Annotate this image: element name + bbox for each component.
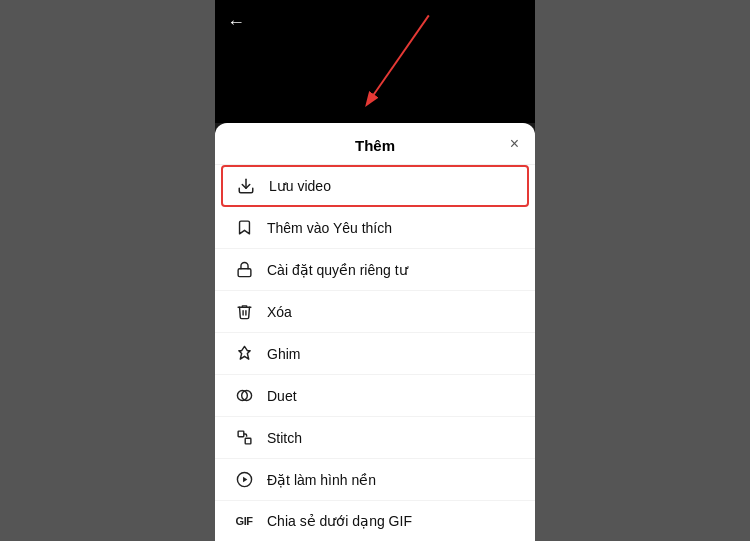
pin-icon [233, 345, 255, 362]
svg-marker-9 [243, 477, 247, 483]
back-button[interactable]: ← [227, 12, 245, 33]
add-favorite-label: Thêm vào Yêu thích [267, 220, 392, 236]
svg-rect-7 [245, 438, 251, 444]
download-icon [235, 177, 257, 195]
menu-list: Lưu video Thêm vào Yêu thích [215, 165, 535, 541]
svg-line-1 [367, 15, 429, 103]
menu-item-add-favorite[interactable]: Thêm vào Yêu thích [215, 207, 535, 249]
close-button[interactable]: × [510, 135, 519, 153]
annotation-arrow [215, 0, 535, 123]
menu-item-pin[interactable]: Ghim [215, 333, 535, 375]
pin-label: Ghim [267, 346, 300, 362]
phone-container: ← Thêm × [215, 0, 535, 541]
duet-label: Duet [267, 388, 297, 404]
video-area: ← [215, 0, 535, 123]
stitch-icon [233, 429, 255, 446]
privacy-label: Cài đặt quyền riêng tư [267, 262, 408, 278]
menu-item-privacy[interactable]: Cài đặt quyền riêng tư [215, 249, 535, 291]
save-video-label: Lưu video [269, 178, 331, 194]
menu-item-wallpaper[interactable]: Đặt làm hình nền [215, 459, 535, 501]
bookmark-icon [233, 219, 255, 236]
trash-icon [233, 303, 255, 320]
menu-item-delete[interactable]: Xóa [215, 291, 535, 333]
duet-icon [233, 387, 255, 404]
gif-share-label: Chia sẻ dưới dạng GIF [267, 513, 412, 529]
svg-rect-6 [238, 431, 244, 437]
menu-item-stitch[interactable]: Stitch [215, 417, 535, 459]
sheet-title: Thêm [355, 137, 395, 154]
delete-label: Xóa [267, 304, 292, 320]
svg-rect-3 [238, 269, 251, 277]
menu-item-duet[interactable]: Duet [215, 375, 535, 417]
menu-item-save-video[interactable]: Lưu video [221, 165, 529, 207]
lock-icon [233, 261, 255, 278]
gif-icon: GIF [233, 515, 255, 527]
bottom-sheet: Thêm × Lưu video [215, 123, 535, 541]
play-circle-icon [233, 471, 255, 488]
wallpaper-label: Đặt làm hình nền [267, 472, 376, 488]
sheet-header: Thêm × [215, 123, 535, 165]
stitch-label: Stitch [267, 430, 302, 446]
menu-item-gif-share[interactable]: GIF Chia sẻ dưới dạng GIF [215, 501, 535, 541]
